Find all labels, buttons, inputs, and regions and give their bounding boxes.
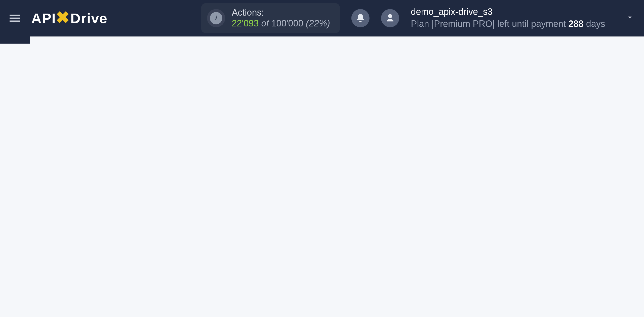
- user-plan: Plan |Premium PRO| left until payment: [411, 19, 568, 29]
- actions-total: 100'000: [271, 18, 303, 28]
- actions-label: Actions:: [232, 8, 330, 18]
- bell-icon: [356, 13, 366, 23]
- actions-used: 22'093: [232, 18, 259, 28]
- logo-text-drive: Drive: [70, 10, 108, 26]
- user-icon: [385, 13, 395, 23]
- notifications-button[interactable]: [351, 9, 370, 27]
- user-name: demo_apix-drive_s3: [411, 6, 605, 18]
- actions-body: Actions: 22'093 of 100'000 (22%): [232, 8, 330, 29]
- user-days: 288: [568, 19, 583, 29]
- logo-x-icon: ✖: [56, 8, 70, 27]
- logo[interactable]: API✖Drive: [31, 9, 108, 27]
- hamburger-icon: [8, 11, 22, 25]
- user-menu-toggle[interactable]: [625, 13, 634, 24]
- user-info[interactable]: demo_apix-drive_s3 Plan |Premium PRO| le…: [411, 6, 605, 30]
- left-sidebar: [0, 36, 30, 44]
- main-content: Connection Main / Connections / GOOGLE S…: [30, 36, 644, 49]
- actions-percent: (22%): [306, 18, 330, 28]
- user-days-suffix: days: [584, 19, 605, 29]
- user-avatar[interactable]: [381, 9, 399, 27]
- header-right: i Actions: 22'093 of 100'000 (22%) demo_…: [201, 3, 634, 33]
- chevron-down-icon: [625, 13, 634, 22]
- menu-toggle-button[interactable]: [0, 11, 30, 25]
- actions-of: of: [259, 18, 271, 28]
- actions-indicator[interactable]: i Actions: 22'093 of 100'000 (22%): [201, 3, 340, 33]
- info-icon: i: [207, 9, 225, 27]
- logo-text-api: API: [31, 10, 56, 26]
- top-bar: API✖Drive i Actions: 22'093 of 100'000 (…: [0, 0, 644, 36]
